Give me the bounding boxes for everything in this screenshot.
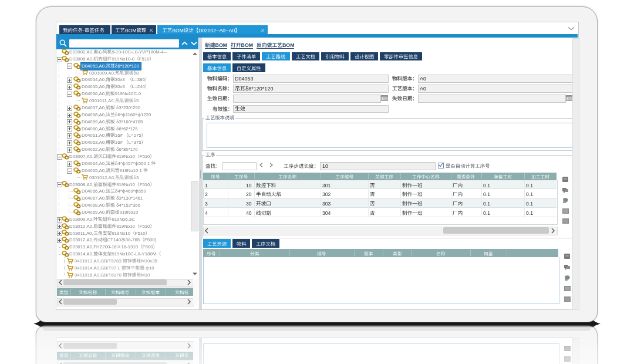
svg-text:D02002--A0--A0: D02002--A0--A0 (198, 27, 235, 33)
svg-text:0.1: 0.1 (526, 210, 533, 216)
svg-text:30: 30 (246, 201, 252, 207)
svg-text:L=240: L=240 (132, 84, 146, 89)
svg-text:18-1310: 18-1310 (121, 244, 138, 250)
svg-text:919No10C-0: 919No10C-0 (115, 91, 141, 96)
svg-text:F510: F510 (140, 224, 150, 229)
svg-text:30x3: 30x3 (115, 77, 125, 82)
svg-text:BOM: BOM (215, 42, 227, 48)
svg-text:919No10: 919No10 (116, 154, 135, 159)
svg-text:919No10-0: 919No10-0 (112, 56, 134, 62)
svg-text:919No10: 919No10 (112, 231, 130, 236)
svg-text:D04055,A0,: D04055,A0, (82, 84, 106, 89)
svg-text:D04067,A0,: D04067,A0, (82, 196, 106, 201)
svg-text:3: 3 (136, 175, 139, 180)
svg-text:10: 10 (149, 265, 154, 271)
svg-text:08-765: 08-765 (126, 237, 140, 242)
svg-text:-: - (83, 27, 85, 33)
svg-text:3*160*4765: 3*160*4765 (119, 119, 143, 124)
svg-text:0.1: 0.1 (526, 201, 533, 207)
svg-text:D04053,A0,: D04053,A0, (82, 63, 106, 69)
svg-text:0401014,A0,GB/T97.1: 0401014,A0,GB/T97.1 (75, 265, 120, 271)
svg-text:D04061,A0,: D04061,A0, (82, 133, 106, 138)
svg-text:469*: 469* (126, 188, 135, 194)
svg-text:4*: 4* (117, 188, 122, 194)
svg-text:F510: F510 (139, 56, 150, 62)
svg-text:BOM: BOM (282, 42, 295, 48)
svg-text:8*120*120: 8*120*120 (248, 86, 273, 92)
svg-text:D04065,A0,: D04065,A0, (82, 168, 106, 173)
svg-text:550: 550 (139, 188, 147, 194)
svg-text:D04053: D04053 (235, 76, 254, 82)
svg-text:0.1: 0.1 (526, 191, 533, 197)
svg-text:30x3: 30x3 (115, 84, 125, 89)
svg-text:D03008,A0,: D03008,A0, (69, 181, 93, 187)
svg-text:M10: M10 (141, 272, 150, 278)
svg-text:303: 303 (322, 201, 331, 207)
svg-text:F500: F500 (143, 244, 153, 250)
svg-text:D03013,A0,FHZ200-16: D03013,A0,FHZ200-16 (69, 244, 117, 250)
svg-text:BOM: BOM (241, 42, 253, 48)
svg-text:5: 5 (136, 98, 139, 103)
svg-text:919No10: 919No10 (120, 210, 139, 215)
svg-text:10: 10 (246, 182, 252, 188)
svg-text:D03011,A0,: D03011,A0, (69, 231, 93, 236)
svg-text:D03009,A0,: D03009,A0, (69, 217, 93, 222)
svg-text:D02002,A0,: D02002,A0, (69, 49, 93, 55)
svg-text:F510: F510 (140, 181, 150, 187)
svg-text:0301012,A0,: 0301012,A0, (89, 175, 115, 180)
svg-text:4*152*366: 4*152*366 (119, 203, 140, 208)
svg-text:BOM: BOM (172, 27, 183, 33)
svg-text:A0: A0 (420, 76, 426, 82)
svg-text:1: 1 (205, 182, 208, 188)
svg-text:40: 40 (246, 210, 252, 216)
svg-text:BOM: BOM (125, 27, 136, 33)
svg-text:D04054,A0,: D04054,A0, (82, 77, 106, 82)
svg-text:D03010,A0,: D03010,A0, (69, 224, 93, 229)
svg-text:D04058,A0,: D04058,A0, (82, 112, 106, 117)
svg-text:D04059,A0,: D04059,A0, (82, 119, 106, 124)
svg-text:D04066,A0,: D04066,A0, (82, 188, 106, 194)
svg-text:9-19-10C-L0-YVP180M-4--: 9-19-10C-L0-YVP180M-4-- (112, 49, 167, 55)
svg-text:8*120*120: 8*120*120 (117, 63, 139, 69)
svg-text:L=275: L=275 (129, 133, 142, 138)
svg-text:919No10 1: 919No10 1 (120, 168, 142, 173)
svg-text:D03007,A0,: D03007,A0, (69, 154, 93, 159)
svg-text:919No6.3C: 919No6.3C (112, 217, 135, 222)
svg-text:0301011,A0,: 0301011,A0, (89, 98, 115, 103)
svg-text:10: 10 (322, 163, 328, 169)
svg-text:3: 3 (205, 201, 208, 207)
svg-text:D04060,A0,: D04060,A0, (82, 126, 106, 131)
svg-text:0.1: 0.1 (483, 182, 490, 188)
svg-text:F510: F510 (135, 231, 146, 236)
svg-text:0.1: 0.1 (483, 191, 490, 197)
svg-text:919No10: 919No10 (116, 181, 135, 187)
svg-text:1160*: 1160* (126, 112, 137, 117)
svg-text:D04069,A0,: D04069,A0, (82, 210, 106, 215)
svg-text:0.1: 0.1 (483, 210, 490, 216)
svg-text:D04064,A0,: D04064,A0, (82, 161, 106, 166)
svg-text:16#: 16# (115, 140, 123, 145)
svg-text:457*: 457* (126, 161, 135, 166)
svg-text:D04056,A0,: D04056,A0, (82, 91, 106, 96)
svg-text:550 1: 550 1 (139, 161, 150, 166)
svg-text:M10x35: M10x35 (141, 258, 157, 264)
svg-text:D03014,A0,: D03014,A0, (69, 251, 93, 257)
svg-text:6*80*170: 6*80*170 (119, 147, 139, 152)
svg-text:301: 301 (322, 182, 331, 188)
svg-text:20: 20 (246, 191, 252, 197)
svg-text:0401013,A0,GB/T5783: 0401013,A0,GB/T5783 (75, 258, 122, 264)
svg-text:L=386: L=386 (132, 77, 145, 82)
svg-text:6*: 6* (117, 112, 122, 117)
svg-text:D03012,A0,: D03012,A0, (69, 237, 93, 242)
svg-text:2: 2 (205, 191, 208, 197)
svg-text:8*62*125: 8*62*125 (119, 126, 139, 131)
svg-text:919No10C-L0-Y180M: 919No10C-L0-Y180M (112, 251, 156, 257)
svg-text:A0: A0 (420, 86, 426, 92)
svg-text:D04057,A0,: D04057,A0, (82, 105, 106, 110)
svg-text:302: 302 (322, 191, 331, 197)
svg-text:D04063,A0,: D04063,A0, (82, 140, 106, 145)
svg-text:D03006,A0,: D03006,A0, (69, 56, 93, 62)
svg-text:0301009,A0,: 0301009,A0, (89, 70, 115, 75)
svg-text:0401016,A0,GB/T6170: 0401016,A0,GB/T6170 (75, 272, 122, 278)
svg-text:3*130*1461: 3*130*1461 (119, 196, 143, 201)
